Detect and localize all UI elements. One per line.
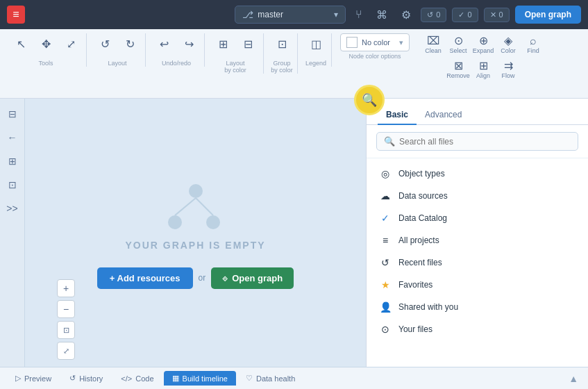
add-resources-button[interactable]: + Add resources bbox=[97, 267, 193, 289]
toolbar-group-tools: ↖ ✥ ⤢ Tools bbox=[6, 33, 87, 67]
check-icon: ✓ bbox=[458, 10, 464, 19]
panel-item-shared-with-you[interactable]: 👤 Shared with you bbox=[367, 296, 588, 318]
tool-flow[interactable]: ⇉ Flow bbox=[497, 58, 519, 81]
tool-align[interactable]: ⊞ Align bbox=[472, 58, 494, 81]
flow-icon: ⇉ bbox=[504, 60, 513, 72]
panel-item-all-projects[interactable]: ≡ All projects bbox=[367, 229, 588, 251]
panel-item-data-catalog[interactable]: ✓ Data Catalog bbox=[367, 207, 588, 229]
favorites-label: Favorites bbox=[398, 280, 432, 290]
tab-preview[interactable]: ▷ Preview bbox=[7, 371, 60, 386]
tab-advanced[interactable]: Advanced bbox=[417, 106, 470, 125]
find-label: Find bbox=[527, 47, 539, 54]
tool-redo[interactable]: ↪ bbox=[178, 33, 200, 56]
keyboard-shortcut-icon[interactable]: ⌘ bbox=[372, 6, 392, 24]
tool-group-color[interactable]: ⊟ bbox=[237, 33, 259, 56]
error-counter[interactable]: ✕ 0 bbox=[484, 8, 510, 22]
node-color-section: No color ▾ Node color options bbox=[335, 33, 415, 60]
tool-select2[interactable]: ⊙ Select bbox=[447, 33, 469, 56]
zoom-in-button[interactable]: + bbox=[57, 279, 75, 297]
panel-item-object-types[interactable]: ◎ Object types bbox=[367, 163, 588, 185]
tool-color[interactable]: ◈ Color bbox=[497, 33, 519, 56]
empty-graph-message: YOUR GRAPH IS EMPTY bbox=[125, 240, 265, 251]
tool-layout-redo[interactable]: ↻ bbox=[119, 33, 141, 56]
refresh-counter[interactable]: ↺ 0 bbox=[421, 8, 446, 22]
group-color-icon: ⊟ bbox=[244, 39, 253, 50]
main-area: ⊟ ← ⊞ ⊡ >> YOUR GRAPH IS EMPTY + Add res… bbox=[0, 99, 588, 367]
undo-icon: ↺ bbox=[101, 39, 110, 50]
color-preview bbox=[346, 37, 358, 48]
your-files-icon: ⊙ bbox=[379, 324, 392, 335]
code-label: Code bbox=[135, 374, 153, 383]
lasso-icon: ⤢ bbox=[67, 39, 76, 50]
legend-icon: ◫ bbox=[311, 39, 321, 50]
tool-select[interactable]: ↖ bbox=[10, 33, 32, 56]
open-graph-icon: ⟐ bbox=[222, 273, 228, 283]
settings-icon[interactable]: ⚙ bbox=[397, 6, 415, 24]
sidebar-icon-table[interactable]: ⊡ bbox=[3, 175, 22, 194]
toolbar-row-groupcolor: ⊡ bbox=[271, 33, 293, 56]
search-box: 🔍 bbox=[367, 125, 588, 158]
canvas-area: YOUR GRAPH IS EMPTY + Add resources or ⟐… bbox=[25, 99, 366, 367]
toolbar-row-tools: ↖ ✥ ⤢ bbox=[10, 33, 82, 56]
toolbar-row-actions2: ⊠ Remove ⊞ Align ⇉ Flow bbox=[447, 58, 519, 81]
sidebar-icon-back[interactable]: ← bbox=[3, 128, 22, 147]
zoom-reset-button[interactable]: ⊡ bbox=[57, 321, 75, 339]
svg-point-1 bbox=[168, 215, 182, 229]
open-graph-canvas-label: Open graph bbox=[232, 273, 283, 283]
tool-expand[interactable]: ⊕ Expand bbox=[472, 33, 494, 56]
tool-move[interactable]: ✥ bbox=[35, 33, 57, 56]
data-health-icon: ♡ bbox=[246, 374, 253, 383]
build-timeline-icon: ▦ bbox=[172, 374, 179, 383]
tool-find[interactable]: ⌕ Find bbox=[522, 33, 544, 56]
error-icon: ✕ bbox=[490, 10, 496, 19]
find-icon: ⌕ bbox=[530, 35, 537, 47]
clean-icon: ⌧ bbox=[427, 35, 439, 47]
svg-line-4 bbox=[196, 198, 213, 215]
panel-item-favorites[interactable]: ★ Favorites bbox=[367, 274, 588, 296]
tab-code[interactable]: </> Code bbox=[112, 372, 162, 386]
tab-build-timeline[interactable]: ▦ Build timeline bbox=[164, 371, 236, 386]
open-graph-button[interactable]: Open graph bbox=[515, 6, 581, 24]
fullscreen-button[interactable]: ⤢ bbox=[57, 342, 75, 360]
panel-item-recent-files[interactable]: ↺ Recent files bbox=[367, 251, 588, 274]
fork-icon[interactable]: ⑂ bbox=[351, 6, 367, 24]
right-panel: 🔍 Basic Advanced 🔍 ◎ Object types bbox=[366, 99, 588, 367]
tool-layout-undo[interactable]: ↺ bbox=[94, 33, 116, 56]
history-icon: ↺ bbox=[69, 374, 76, 383]
sidebar-icon-expand-all[interactable]: >> bbox=[3, 199, 22, 218]
error-count: 0 bbox=[499, 10, 503, 19]
toolbar-row-undoredo: ↩ ↪ bbox=[153, 33, 200, 56]
tab-history[interactable]: ↺ History bbox=[61, 371, 111, 386]
toolbar-row-layoutcolor: ⊞ ⊟ bbox=[212, 33, 259, 56]
color-dropdown[interactable]: No color ▾ bbox=[340, 33, 410, 51]
zoom-out-button[interactable]: − bbox=[57, 300, 75, 318]
data-health-label: Data health bbox=[256, 374, 295, 383]
empty-graph-icon bbox=[161, 177, 230, 240]
toolbar-group-layout: ↺ ↻ Layout bbox=[90, 33, 146, 67]
move-icon: ✥ bbox=[42, 39, 51, 50]
toolbar-group-undoredo-label: Undo/redo bbox=[162, 58, 191, 67]
svg-line-3 bbox=[175, 198, 196, 215]
toolbar-group-legend: ◫ Legend bbox=[301, 33, 332, 67]
tool-layout-color[interactable]: ⊞ bbox=[212, 33, 234, 56]
branch-selector[interactable]: ⎇ master ▾ bbox=[235, 6, 346, 24]
panel-item-data-sources[interactable]: ☁ Data sources bbox=[367, 185, 588, 207]
toolbar-group-layoutcolor-label: Layoutby color bbox=[224, 58, 246, 74]
check-counter[interactable]: ✓ 0 bbox=[452, 8, 478, 22]
expand-bottom-panel-button[interactable]: ▲ bbox=[566, 370, 581, 387]
tool-undo[interactable]: ↩ bbox=[153, 33, 175, 56]
tool-clean[interactable]: ⌧ Clean bbox=[422, 33, 444, 56]
sidebar-icon-panel[interactable]: ⊟ bbox=[3, 104, 22, 124]
tab-data-health[interactable]: ♡ Data health bbox=[237, 371, 303, 386]
search-input[interactable] bbox=[399, 137, 571, 147]
flow-label: Flow bbox=[501, 72, 514, 79]
tool-legend[interactable]: ◫ bbox=[305, 33, 327, 56]
tool-remove[interactable]: ⊠ Remove bbox=[447, 58, 469, 81]
tool-lasso[interactable]: ⤢ bbox=[60, 33, 82, 56]
open-graph-canvas-button[interactable]: ⟐ Open graph bbox=[211, 267, 294, 289]
tab-basic[interactable]: Basic bbox=[378, 106, 417, 125]
panel-item-your-files[interactable]: ⊙ Your files bbox=[367, 318, 588, 340]
tool-group-by-color[interactable]: ⊡ bbox=[271, 33, 293, 56]
sidebar-icon-grid[interactable]: ⊞ bbox=[3, 151, 22, 171]
color-option-label: No color bbox=[362, 38, 390, 47]
